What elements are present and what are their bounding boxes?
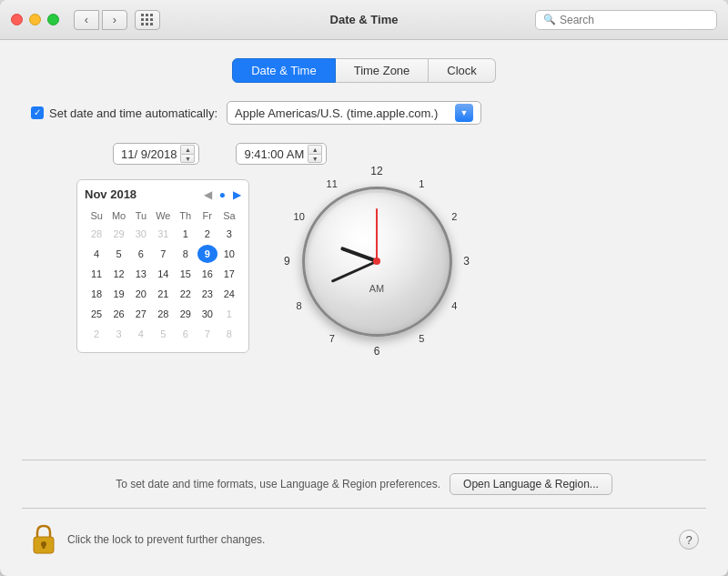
clock-inner: 121234567891011 AM: [305, 189, 450, 334]
calendar-day[interactable]: 29: [108, 225, 129, 243]
calendar-day[interactable]: 4: [86, 245, 106, 263]
col-mo: Mo: [108, 208, 129, 223]
calendar-day[interactable]: 21: [153, 285, 174, 303]
grid-button[interactable]: [135, 10, 160, 30]
calendar-day[interactable]: 1: [176, 225, 196, 243]
clock-number: 2: [451, 211, 457, 222]
tab-clock[interactable]: Clock: [429, 58, 496, 83]
time-value: 9:41:00 AM: [244, 147, 304, 161]
help-button[interactable]: ?: [679, 530, 699, 550]
forward-button[interactable]: ›: [102, 10, 127, 30]
separator-top: [22, 460, 706, 460]
calendar-day[interactable]: 31: [153, 225, 174, 243]
date-step-up[interactable]: ▲: [180, 145, 195, 154]
calendar-day[interactable]: 4: [131, 325, 151, 343]
clock-number: 6: [374, 345, 380, 358]
calendar-day[interactable]: 13: [131, 265, 151, 283]
calendar-day[interactable]: 6: [131, 245, 151, 263]
calendar-day[interactable]: 24: [219, 285, 239, 303]
calendar-prev[interactable]: ◀: [204, 188, 212, 201]
open-language-region-button[interactable]: Open Language & Region...: [450, 473, 612, 495]
traffic-lights: [11, 14, 59, 25]
bottom-area: To set date and time formats, use Langua…: [22, 353, 706, 576]
datetime-row: 11/ 9/2018 ▲ ▼ 9:41:00 AM ▲ ▼: [22, 143, 706, 165]
calendar-day[interactable]: 12: [108, 265, 129, 283]
main-window: ‹ › Date & Time 🔍 Date & Time Time Zone …: [0, 0, 728, 576]
col-sa: Sa: [219, 208, 239, 223]
minimize-button[interactable]: [29, 14, 41, 25]
clock-number: 3: [463, 255, 470, 268]
search-icon: 🔍: [543, 14, 556, 25]
calendar-day[interactable]: 15: [176, 265, 196, 283]
close-button[interactable]: [11, 14, 23, 25]
calendar-day[interactable]: 8: [219, 325, 239, 343]
calendar-today[interactable]: ●: [219, 188, 226, 201]
calendar-next[interactable]: ▶: [233, 188, 241, 201]
calendar-day[interactable]: 2: [86, 325, 106, 343]
lock-button[interactable]: [29, 521, 58, 558]
clock-number: 10: [294, 211, 305, 222]
tab-date-time[interactable]: Date & Time: [232, 58, 336, 83]
calendar-day[interactable]: 23: [197, 285, 217, 303]
auto-checkbox[interactable]: ✓: [31, 106, 44, 119]
separator-bottom: [22, 508, 706, 509]
calendar-day[interactable]: 7: [197, 325, 217, 343]
calendar-day[interactable]: 27: [131, 305, 151, 323]
hour-hand: [340, 247, 378, 263]
main-body: Nov 2018 ◀ ● ▶ Su Mo Tu We Th: [22, 179, 706, 353]
clock-number: 1: [419, 178, 424, 189]
nav-buttons: ‹ ›: [74, 10, 127, 30]
calendar-header: Nov 2018 ◀ ● ▶: [85, 187, 241, 201]
second-hand: [376, 208, 378, 261]
calendar-day[interactable]: 19: [108, 285, 129, 303]
time-input[interactable]: 9:41:00 AM ▲ ▼: [236, 143, 327, 165]
clock-container: 121234567891011 AM: [286, 170, 468, 352]
calendar-nav: ◀ ● ▶: [204, 188, 241, 201]
calendar-day[interactable]: 5: [108, 245, 129, 263]
server-select[interactable]: Apple Americas/U.S. (time.apple.com.) ▼: [227, 101, 481, 125]
calendar-day[interactable]: 28: [153, 305, 174, 323]
auto-checkbox-wrapper[interactable]: ✓ Set date and time automatically:: [31, 106, 217, 120]
calendar-day[interactable]: 3: [219, 225, 239, 243]
calendar-day[interactable]: 3: [108, 325, 129, 343]
search-box[interactable]: 🔍: [535, 10, 717, 30]
calendar-day[interactable]: 8: [176, 245, 196, 263]
clock-face: 121234567891011 AM: [302, 187, 452, 337]
date-step-down[interactable]: ▼: [180, 154, 195, 163]
calendar-day[interactable]: 30: [131, 225, 151, 243]
lock-text: Click the lock to prevent further change…: [67, 533, 670, 546]
date-input[interactable]: 11/ 9/2018 ▲ ▼: [113, 143, 199, 165]
clock-number: 9: [284, 255, 290, 268]
back-button[interactable]: ‹: [74, 10, 99, 30]
search-input[interactable]: [560, 14, 709, 26]
calendar-day[interactable]: 29: [176, 305, 196, 323]
col-su: Su: [86, 208, 106, 223]
calendar-day[interactable]: 7: [153, 245, 174, 263]
calendar-day[interactable]: 28: [86, 225, 106, 243]
calendar-day[interactable]: 11: [86, 265, 106, 283]
calendar-day[interactable]: 17: [219, 265, 239, 283]
col-fr: Fr: [197, 208, 217, 223]
calendar-day[interactable]: 6: [176, 325, 196, 343]
calendar-day[interactable]: 9: [197, 245, 217, 263]
calendar-day[interactable]: 2: [197, 225, 217, 243]
calendar-day[interactable]: 30: [197, 305, 217, 323]
maximize-button[interactable]: [47, 14, 59, 25]
calendar-day[interactable]: 1: [219, 305, 239, 323]
calendar-day[interactable]: 5: [153, 325, 174, 343]
calendar-day[interactable]: 22: [176, 285, 196, 303]
calendar-day[interactable]: 16: [197, 265, 217, 283]
col-tu: Tu: [131, 208, 151, 223]
tab-time-zone[interactable]: Time Zone: [336, 58, 430, 83]
calendar: Nov 2018 ◀ ● ▶ Su Mo Tu We Th: [76, 179, 249, 353]
time-step-down[interactable]: ▼: [308, 154, 322, 163]
calendar-day[interactable]: 10: [219, 245, 239, 263]
calendar-day[interactable]: 20: [131, 285, 151, 303]
svg-rect-2: [43, 544, 46, 549]
calendar-day[interactable]: 25: [86, 305, 106, 323]
date-stepper: ▲ ▼: [180, 145, 195, 163]
calendar-day[interactable]: 14: [153, 265, 174, 283]
time-step-up[interactable]: ▲: [308, 145, 322, 154]
calendar-day[interactable]: 18: [86, 285, 106, 303]
calendar-day[interactable]: 26: [108, 305, 129, 323]
